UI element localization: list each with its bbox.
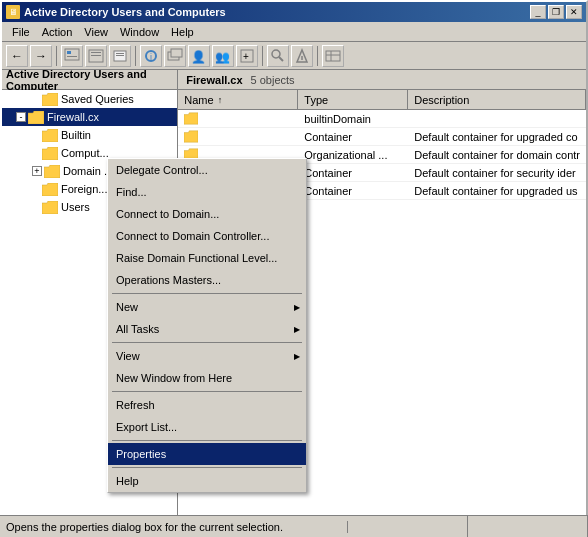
toolbar-btn-10[interactable] <box>291 45 313 67</box>
menu-help[interactable]: Help <box>165 24 200 40</box>
ctx-operations-label: Operations Masters... <box>116 274 286 286</box>
title-buttons: _ ❐ ✕ <box>530 5 582 19</box>
tree-item-firewall[interactable]: - Firewall.cx <box>2 108 177 126</box>
folder-icon-users <box>42 201 58 214</box>
toolbar-btn-1[interactable] <box>61 45 83 67</box>
col-header-desc[interactable]: Description <box>408 90 586 109</box>
cell-desc-3: Default container for security ider <box>408 167 586 179</box>
toolbar-btn-9[interactable] <box>267 45 289 67</box>
list-row[interactable]: Container Default container for upgraded… <box>178 128 586 146</box>
svg-rect-5 <box>91 55 101 56</box>
window-frame: 🖥 Active Directory Users and Computers _… <box>0 0 588 537</box>
ctx-raise-domain-label: Raise Domain Functional Level... <box>116 252 286 264</box>
cell-desc-1: Default container for upgraded co <box>408 131 586 143</box>
status-text: Opens the properties dialog box for the … <box>0 521 348 533</box>
back-button[interactable]: ← <box>6 45 28 67</box>
tree-label-saved-queries: Saved Queries <box>61 93 134 105</box>
ctx-new[interactable]: New <box>108 296 306 318</box>
ctx-view[interactable]: View <box>108 345 306 367</box>
list-row[interactable]: builtinDomain <box>178 110 586 128</box>
toolbar-btn-8[interactable]: + <box>236 45 258 67</box>
tree-label-computers: Comput... <box>61 147 109 159</box>
tree-item-saved-queries[interactable]: Saved Queries <box>2 90 177 108</box>
menu-file[interactable]: File <box>6 24 36 40</box>
col-type-label: Type <box>304 94 328 106</box>
svg-rect-21 <box>326 51 340 61</box>
cell-type-4: Container <box>298 185 408 197</box>
toolbar-btn-11[interactable] <box>322 45 344 67</box>
ctx-refresh[interactable]: Refresh <box>108 394 306 416</box>
ctx-export[interactable]: Export List... <box>108 416 306 438</box>
list-count: 5 objects <box>251 74 295 86</box>
folder-icon-firewall <box>28 111 44 124</box>
menu-bar: File Action View Window Help <box>2 22 586 42</box>
ctx-delegate-control[interactable]: Delegate Control... <box>108 159 306 181</box>
col-header-name[interactable]: Name ↑ <box>178 90 298 109</box>
tree-expand-firewall[interactable]: - <box>16 112 26 122</box>
toolbar-btn-7[interactable]: 👥 <box>212 45 234 67</box>
ctx-raise-domain[interactable]: Raise Domain Functional Level... <box>108 247 306 269</box>
ctx-find-label: Find... <box>116 186 286 198</box>
ctx-sep-4 <box>112 440 302 441</box>
svg-rect-1 <box>67 51 71 54</box>
menu-action[interactable]: Action <box>36 24 79 40</box>
toolbar-btn-3[interactable] <box>109 45 131 67</box>
ctx-find[interactable]: Find... <box>108 181 306 203</box>
menu-view[interactable]: View <box>78 24 114 40</box>
svg-rect-2 <box>67 56 77 57</box>
ctx-sep-1 <box>112 293 302 294</box>
col-header-type[interactable]: Type <box>298 90 408 109</box>
content-container: Active Directory Users and Computer Save… <box>2 70 586 535</box>
toolbar-btn-6[interactable]: 👤 <box>188 45 210 67</box>
sort-arrow: ↑ <box>218 95 223 105</box>
title-icon: 🖥 <box>6 5 20 19</box>
tree-item-builtin[interactable]: Builtin <box>2 126 177 144</box>
cell-name-0 <box>178 112 298 125</box>
svg-text:+: + <box>243 51 249 62</box>
ctx-connect-dc-label: Connect to Domain Controller... <box>116 230 286 242</box>
svg-rect-0 <box>65 49 79 60</box>
ctx-new-window[interactable]: New Window from Here <box>108 367 306 389</box>
col-desc-label: Description <box>414 94 469 106</box>
folder-icon <box>42 93 58 106</box>
minimize-button[interactable]: _ <box>530 5 546 19</box>
ctx-connect-domain-label: Connect to Domain... <box>116 208 286 220</box>
tree-label-builtin: Builtin <box>61 129 91 141</box>
svg-text:👤: 👤 <box>191 49 206 64</box>
status-section-2 <box>468 516 588 537</box>
svg-text:👥: 👥 <box>215 49 230 64</box>
cell-type-2: Organizational ... <box>298 149 408 161</box>
status-section-1 <box>348 516 468 537</box>
ctx-all-tasks-label: All Tasks <box>116 323 286 335</box>
cell-desc-2: Default container for domain contr <box>408 149 586 161</box>
ctx-operations[interactable]: Operations Masters... <box>108 269 306 291</box>
toolbar-btn-4[interactable]: i <box>140 45 162 67</box>
ctx-all-tasks[interactable]: All Tasks <box>108 318 306 340</box>
col-name-label: Name <box>184 94 213 106</box>
tree-expand-domain[interactable]: + <box>32 166 42 176</box>
toolbar: ← → i 👤 👥 + <box>2 42 586 70</box>
forward-button[interactable]: → <box>30 45 52 67</box>
list-columns: Name ↑ Type Description <box>178 90 586 110</box>
ctx-help[interactable]: Help <box>108 470 306 492</box>
menu-window[interactable]: Window <box>114 24 165 40</box>
cell-desc-4: Default container for upgraded us <box>408 185 586 197</box>
ctx-properties[interactable]: Properties <box>108 443 306 465</box>
ctx-new-window-label: New Window from Here <box>116 372 286 384</box>
close-button[interactable]: ✕ <box>566 5 582 19</box>
ctx-connect-dc[interactable]: Connect to Domain Controller... <box>108 225 306 247</box>
toolbar-btn-5[interactable] <box>164 45 186 67</box>
ctx-help-label: Help <box>116 475 286 487</box>
title-bar-left: 🖥 Active Directory Users and Computers <box>6 5 226 19</box>
ctx-connect-domain[interactable]: Connect to Domain... <box>108 203 306 225</box>
list-title: Firewall.cx <box>186 74 242 86</box>
list-header: Firewall.cx 5 objects <box>178 70 586 90</box>
folder-icon-foreign <box>42 183 58 196</box>
restore-button[interactable]: ❐ <box>548 5 564 19</box>
toolbar-btn-2[interactable] <box>85 45 107 67</box>
toolbar-sep-2 <box>135 46 136 66</box>
toolbar-sep-4 <box>317 46 318 66</box>
svg-point-17 <box>272 50 280 58</box>
window-title: Active Directory Users and Computers <box>24 6 226 18</box>
folder-icon-domain <box>44 165 60 178</box>
